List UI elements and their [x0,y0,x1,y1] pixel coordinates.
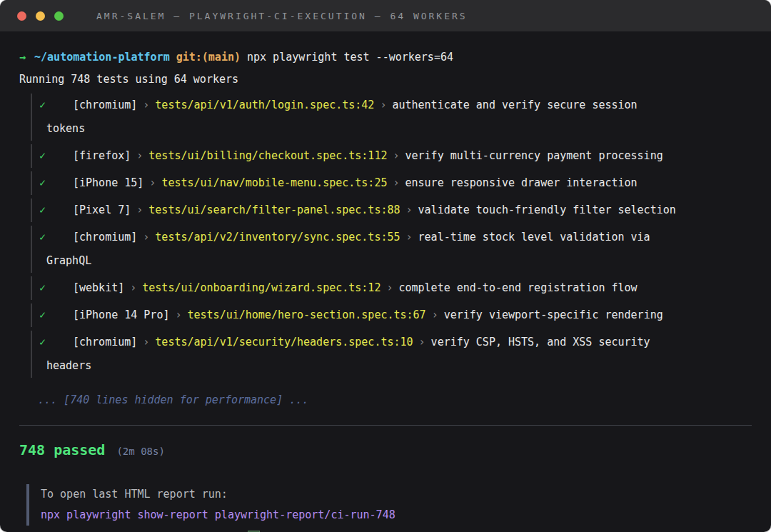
check-icon: ✓ [39,331,73,354]
chevron-separator: › [406,204,413,216]
hidden-lines-note: ... [740 lines hidden for performance] .… [38,392,752,408]
chevron-separator: › [380,99,386,111]
chevron-separator: › [386,281,393,294]
test-file-path: tests/ui/search/filter-panel.spec.ts:88 [148,204,400,216]
check-icon: ✓ [39,171,73,195]
test-project: [chromium] [73,231,137,244]
report-hint-block: To open last HTML report run: npx playwr… [26,484,752,526]
test-file-path: tests/api/v2/inventory/sync.spec.ts:55 [155,231,400,244]
test-description: complete end-to-end registration flow [398,281,637,294]
test-description: real-time stock level validation via [418,231,650,244]
chevron-separator: › [143,336,149,348]
test-result-line: ✓[chromium]›tests/api/v1/auth/login.spec… [46,94,752,117]
chevron-separator: › [130,281,136,294]
report-command: npx playwright show-report playwright-re… [41,505,752,526]
test-file-path: tests/ui/onboarding/wizard.spec.ts:12 [142,281,381,294]
test-result-line: ✓[chromium]›tests/api/v1/security/header… [46,331,752,354]
prompt-arrow-icon: → [19,51,26,64]
terminal-window: AMR-SALEM — PLAYWRIGHT-CI-EXECUTION — 64… [0,0,771,532]
section-divider [19,425,752,426]
test-description-wrap: tokens [46,117,752,141]
test-description: verify multi-currency payment processing [405,149,662,162]
chevron-separator: › [406,231,413,244]
test-result-line: ✓[chromium]›tests/api/v2/inventory/sync.… [46,226,752,249]
test-project: [chromium] [73,336,137,348]
chevron-separator: › [136,204,143,216]
test-file-path: tests/ui/billing/checkout.spec.ts:112 [148,149,387,162]
test-result-line: ✓[Pixel 7]›tests/ui/search/filter-panel.… [46,199,752,222]
report-hint-text: To open last HTML report run: [41,484,752,505]
test-description: validate touch-friendly filter selection [418,204,676,216]
test-description: verify CSP, HSTS, and XSS security [431,336,650,348]
test-result-row: ✓[firefox]›tests/ui/billing/checkout.spe… [31,144,752,168]
test-result-row: ✓[webkit]›tests/ui/onboarding/wizard.spe… [31,276,752,300]
test-description-wrap: GraphQL [46,249,752,273]
test-file-path: tests/ui/nav/mobile-menu.spec.ts:25 [161,176,387,189]
chevron-separator: › [419,336,425,348]
chevron-separator: › [143,231,149,244]
test-result-row: ✓[chromium]›tests/api/v2/inventory/sync.… [31,226,752,273]
test-project: [chromium] [73,99,137,111]
check-icon: ✓ [39,226,73,249]
chevron-separator: › [136,149,143,162]
test-result-row: ✓[chromium]›tests/api/v1/auth/login.spec… [31,94,752,141]
test-project: [iPhone 14 Pro] [73,308,169,321]
typed-command: npx playwright test --workers=64 [247,51,453,64]
test-result-line: ✓[iPhone 14 Pro]›tests/ui/home/hero-sect… [46,303,752,327]
test-results-list: ✓[chromium]›tests/api/v1/auth/login.spec… [31,94,752,378]
test-summary: 748 passed (2m 08s) [19,441,752,458]
test-description: verify viewport-specific rendering [444,308,663,321]
window-title: AMR-SALEM — PLAYWRIGHT-CI-EXECUTION — 64… [96,11,468,21]
chevron-separator: › [393,176,399,189]
chevron-separator: › [143,99,149,111]
command-prompt-line: →~/automation-platformgit:(main)npx play… [19,47,752,68]
chevron-separator: › [432,308,438,321]
running-status-line: Running 748 tests using 64 workers [19,69,752,90]
test-result-row: ✓[iPhone 15]›tests/ui/nav/mobile-menu.sp… [31,171,752,195]
check-icon: ✓ [39,199,73,222]
prompt-cwd: ~/automation-platform [34,51,170,64]
check-icon: ✓ [39,276,73,300]
test-project: [iPhone 15] [73,176,143,189]
chevron-separator: › [393,149,399,162]
test-result-line: ✓[iPhone 15]›tests/ui/nav/mobile-menu.sp… [46,171,752,195]
chevron-separator: › [175,308,181,321]
test-description: authenticate and verify secure session [392,99,637,111]
run-duration: (2m 08s) [116,446,164,457]
test-description: ensure responsive drawer interaction [405,176,637,189]
check-icon: ✓ [39,94,73,117]
test-result-row: ✓[chromium]›tests/api/v1/security/header… [31,331,752,378]
passed-count: 748 passed [19,441,105,458]
test-file-path: tests/api/v1/security/headers.spec.ts:10 [155,336,413,348]
check-icon: ✓ [39,144,73,168]
test-project: [webkit] [73,281,124,294]
test-project: [firefox] [73,149,131,162]
check-icon: ✓ [39,303,73,327]
test-file-path: tests/ui/home/hero-section.spec.ts:67 [188,308,426,321]
zoom-button[interactable] [54,11,64,21]
test-description-wrap: headers [46,354,752,378]
traffic-lights [17,11,64,21]
test-project: [Pixel 7] [73,204,131,216]
chevron-separator: › [149,176,156,189]
test-result-row: ✓[Pixel 7]›tests/ui/search/filter-panel.… [31,199,752,222]
title-bar: AMR-SALEM — PLAYWRIGHT-CI-EXECUTION — 64… [0,0,771,31]
test-result-line: ✓[webkit]›tests/ui/onboarding/wizard.spe… [46,276,752,300]
terminal-content[interactable]: →~/automation-platformgit:(main)npx play… [0,31,771,532]
test-result-line: ✓[firefox]›tests/ui/billing/checkout.spe… [46,144,752,168]
test-file-path: tests/api/v1/auth/login.spec.ts:42 [155,99,374,111]
close-button[interactable] [17,11,26,21]
prompt-git-branch: git:(main) [176,51,241,64]
minimize-button[interactable] [36,11,45,21]
test-result-row: ✓[iPhone 14 Pro]›tests/ui/home/hero-sect… [31,303,752,327]
